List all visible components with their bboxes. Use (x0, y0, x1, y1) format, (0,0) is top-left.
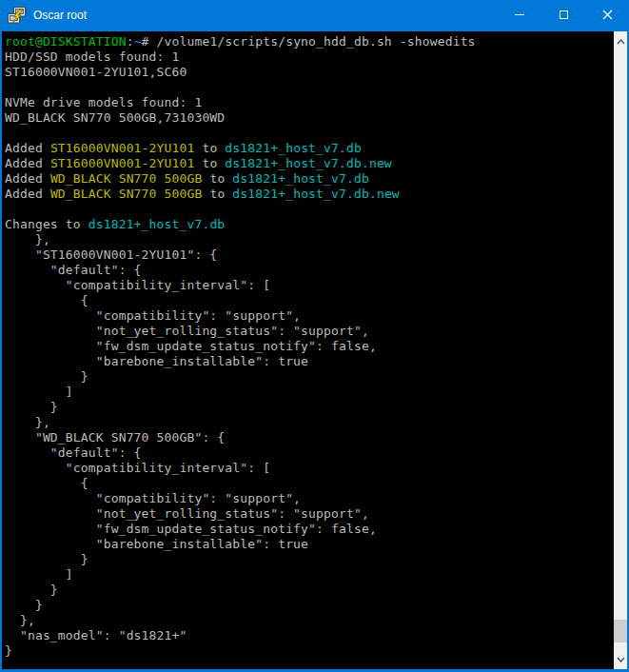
scrollbar-thumb[interactable] (614, 620, 627, 642)
terminal-text-segment: to (202, 187, 232, 201)
terminal-text-segment: { (5, 293, 88, 307)
terminal-text-segment: } (5, 552, 88, 566)
terminal-text-segment: "barebone_installable": true (5, 354, 308, 368)
terminal-line: } (5, 598, 614, 613)
chevron-down-icon (617, 657, 625, 662)
terminal-line: } (5, 583, 614, 598)
terminal-text-segment: ds1821+_host_v7.db (225, 141, 362, 155)
terminal-text-segment: Added (5, 187, 50, 201)
putty-app-icon (8, 6, 27, 25)
terminal-text-segment: } (5, 583, 58, 597)
scroll-up-button[interactable] (614, 33, 627, 49)
terminal-text-segment: { (5, 476, 88, 490)
close-button[interactable] (585, 0, 629, 30)
terminal-text-segment: WD_BLACK SN770 500GB,731030WD (5, 110, 225, 125)
terminal-text-segment: NVMe drive models found: 1 (5, 95, 202, 109)
terminal-line: "WD_BLACK SN770 500GB": { (5, 430, 614, 445)
terminal-text-segment: root@DISKSTATION (5, 34, 127, 49)
titlebar[interactable]: Oscar root (0, 0, 629, 30)
terminal-line: "not_yet_rolling_status": "support", (5, 506, 614, 522)
terminal-text-segment: # /volume1/scripts/syno_hdd_db.sh -showe… (142, 34, 476, 49)
terminal-line: WD_BLACK SN770 500GB,731030WD (5, 110, 614, 126)
window-title: Oscar root (33, 9, 87, 22)
terminal-line: "compatibility": "support", (5, 491, 614, 506)
terminal-line: "compatibility_interval": [ (5, 278, 614, 293)
scroll-down-button[interactable] (614, 651, 627, 667)
terminal-line: "nas_model": "ds1821+" (5, 628, 614, 643)
terminal-line: NVMe drive models found: 1 (5, 95, 614, 110)
terminal-line: "fw_dsm_update_status_notify": false, (5, 339, 614, 354)
terminal-text-segment: ~ (134, 34, 142, 49)
terminal-text-segment: ST16000VN001-2YU101 (50, 156, 195, 170)
terminal-text-segment: WD_BLACK SN770 500GB (50, 171, 203, 186)
terminal-line: root@DISKSTATION:~# /volume1/scripts/syn… (5, 34, 614, 49)
terminal-text-segment: "compatibility_interval": [ (5, 461, 270, 475)
terminal-line (5, 202, 614, 217)
terminal-text-segment: }, (5, 232, 50, 247)
terminal-text-segment: "compatibility": "support", (5, 308, 301, 323)
terminal-text-segment: HDD/SSD models found: 1 (5, 49, 179, 64)
terminal-text-segment: Changes to (5, 217, 88, 231)
terminal-text-segment: Added (5, 171, 50, 186)
maximize-button[interactable] (541, 0, 585, 30)
close-icon (602, 10, 613, 20)
terminal-line: "compatibility_interval": [ (5, 461, 614, 476)
terminal-text-segment: ds1821+_host_v7.db.new (232, 187, 400, 201)
terminal-text-segment: ST16000VN001-2YU101,SC60 (5, 65, 187, 79)
terminal-line: Added WD_BLACK SN770 500GB to ds1821+_ho… (5, 187, 614, 202)
terminal-text-segment: ST16000VN001-2YU101 (50, 141, 195, 155)
terminal-text-segment: ds1821+_host_v7.db.new (225, 156, 392, 170)
terminal-text-segment: "fw_dsm_update_status_notify": false, (5, 522, 377, 536)
putty-window: Oscar root root@DISKSTATION:~# /volume1/… (0, 0, 629, 672)
terminal-text-segment: "compatibility": "support", (5, 491, 301, 505)
scrollbar[interactable] (614, 31, 627, 669)
minimize-button[interactable] (498, 0, 541, 30)
window-content: root@DISKSTATION:~# /volume1/scripts/syn… (2, 31, 627, 669)
terminal-line (5, 126, 614, 141)
terminal-output: root@DISKSTATION:~# /volume1/scripts/syn… (5, 34, 614, 659)
terminal-line: } (5, 552, 614, 567)
terminal-line: Changes to ds1821+_host_v7.db (5, 217, 614, 232)
terminal-line: Added ST16000VN001-2YU101 to ds1821+_hos… (5, 141, 614, 156)
terminal-line: ] (5, 567, 614, 583)
maximize-icon (560, 10, 568, 19)
terminal-text-segment: "ST16000VN001-2YU101": { (5, 247, 217, 262)
terminal-text-segment: WD_BLACK SN770 500GB (50, 187, 203, 201)
terminal-text-segment: }, (5, 415, 50, 429)
terminal-text-segment: Added (5, 156, 50, 170)
terminal-text-segment: "default": { (5, 445, 142, 460)
terminal-text-segment: "barebone_installable": true (5, 537, 308, 551)
terminal-screen[interactable]: root@DISKSTATION:~# /volume1/scripts/syn… (2, 31, 614, 669)
terminal-line: { (5, 476, 614, 491)
terminal-line: } (5, 400, 614, 415)
terminal-line: HDD/SSD models found: 1 (5, 49, 614, 65)
terminal-text-segment: } (5, 598, 43, 612)
terminal-text-segment: "WD_BLACK SN770 500GB": { (5, 430, 225, 445)
minimize-icon (515, 14, 524, 15)
terminal-line: "not_yet_rolling_status": "support", (5, 324, 614, 339)
terminal-text-segment: ds1821+_host_v7.db (232, 171, 369, 186)
terminal-text-segment: to (202, 171, 232, 186)
chevron-up-icon (617, 39, 625, 45)
terminal-text-segment: Added (5, 141, 50, 155)
terminal-line: "default": { (5, 445, 614, 461)
terminal-line: Added WD_BLACK SN770 500GB to ds1821+_ho… (5, 171, 614, 187)
terminal-line: Added ST16000VN001-2YU101 to ds1821+_hos… (5, 156, 614, 171)
terminal-text-segment: to (194, 156, 225, 170)
terminal-text-segment: } (5, 369, 88, 384)
terminal-line: }, (5, 415, 614, 430)
terminal-line (5, 80, 614, 95)
terminal-text-segment: to (194, 141, 225, 155)
terminal-text-segment: } (5, 643, 12, 658)
terminal-line: ST16000VN001-2YU101,SC60 (5, 65, 614, 80)
terminal-text-segment: }, (5, 613, 35, 627)
terminal-text-segment: "nas_model": "ds1821+" (5, 628, 187, 642)
terminal-line: "compatibility": "support", (5, 308, 614, 324)
terminal-line: "fw_dsm_update_status_notify": false, (5, 522, 614, 537)
terminal-text-segment: "fw_dsm_update_status_notify": false, (5, 339, 377, 353)
terminal-line: "barebone_installable": true (5, 354, 614, 369)
terminal-line: "barebone_installable": true (5, 537, 614, 552)
terminal-line: }, (5, 613, 614, 628)
terminal-line: }, (5, 232, 614, 247)
terminal-text-segment: "not_yet_rolling_status": "support", (5, 324, 369, 338)
